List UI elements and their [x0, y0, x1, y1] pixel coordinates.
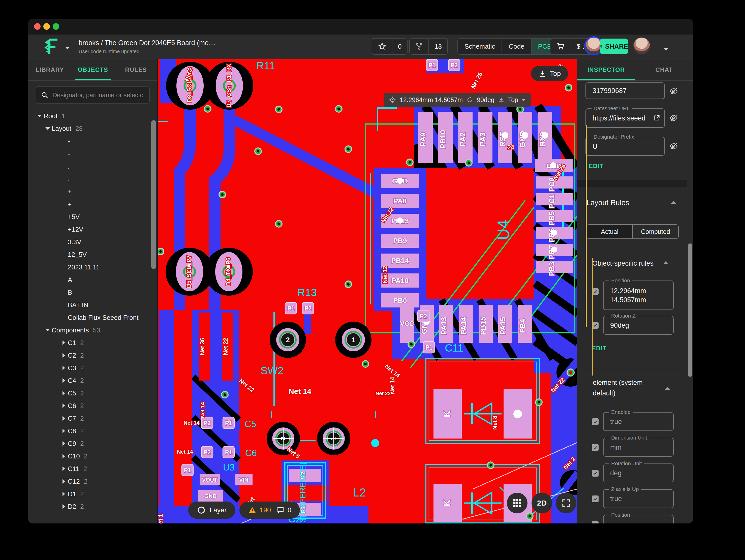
tree-item-c12[interactable]: C122: [28, 475, 158, 488]
tree-item-c9[interactable]: C92: [28, 437, 158, 450]
u4-pad-PB10[interactable]: PB10: [438, 112, 453, 163]
cart-button[interactable]: [550, 39, 571, 54]
sidebar-tab-library[interactable]: LIBRARY: [28, 59, 71, 80]
u4-pad-PA13[interactable]: PA13: [439, 305, 453, 343]
chevron-right-icon[interactable]: [60, 439, 68, 448]
sw2-pad-2[interactable]: 2: [270, 322, 306, 358]
rule-field-dimension-unit[interactable]: Dimension Unit mm: [603, 438, 674, 457]
chevron-right-icon[interactable]: [60, 452, 68, 460]
tree-item-c3[interactable]: C32: [28, 362, 158, 374]
layer-caret-icon[interactable]: [522, 99, 526, 101]
tree-item-collab-flux-seeed-front[interactable]: Collab Flux Seeed Front: [28, 311, 158, 324]
via[interactable]: [219, 191, 226, 198]
via[interactable]: [406, 159, 414, 166]
u3-pad-GND[interactable]: GND: [198, 490, 223, 502]
chip-pad-P2[interactable]: P2: [302, 302, 314, 314]
via[interactable]: [362, 360, 369, 368]
chevron-down-icon[interactable]: [35, 112, 43, 120]
chevron-right-icon[interactable]: [60, 414, 68, 423]
edit-part-button[interactable]: EDIT: [589, 163, 604, 170]
designator-U3[interactable]: U3: [223, 462, 235, 472]
tree-item-+[interactable]: +: [28, 198, 158, 210]
project-menu-caret-icon[interactable]: [65, 46, 70, 50]
external-link-icon[interactable]: [653, 114, 660, 122]
u4-pad-PB9[interactable]: PB9: [381, 234, 419, 248]
via[interactable]: [487, 461, 494, 469]
tree-item-+[interactable]: +: [28, 185, 158, 198]
part-number-field[interactable]: 317990687: [585, 83, 665, 99]
designator-L2[interactable]: L2: [353, 486, 366, 499]
tree-item-12-5v[interactable]: 12_5V: [28, 248, 158, 261]
tree-item--[interactable]: .: [28, 173, 158, 185]
tree-item--[interactable]: -: [28, 147, 158, 160]
rule-checkbox-enabled[interactable]: [592, 418, 598, 425]
rule-checkbox-z-axis-is-up[interactable]: [592, 495, 598, 502]
tree-item-bat-in[interactable]: BAT IN: [28, 299, 158, 311]
rule-field-z-axis-is-up[interactable]: Z axis is Up true: [603, 489, 674, 508]
u4-pad-PA0[interactable]: PA0: [381, 194, 419, 208]
via[interactable]: [565, 84, 572, 92]
u4-pad-PA15[interactable]: PA15: [498, 305, 512, 343]
u4-pad-PA14[interactable]: PA14: [459, 305, 473, 343]
chevron-right-icon[interactable]: [60, 402, 68, 410]
tree-item-2023-11-11[interactable]: 2023.11.11: [28, 261, 158, 273]
designator-prefix-field[interactable]: Designator Prefix U: [585, 137, 665, 156]
pcb-editor-canvas[interactable]: PA9PB10PA2PA3RSTGNDRX0GNDPA0PB13PB9PB14P…: [158, 59, 578, 523]
via[interactable]: [204, 105, 212, 113]
tree-item-c1[interactable]: C12: [28, 336, 158, 349]
chevron-right-icon[interactable]: [60, 389, 68, 397]
via[interactable]: [465, 159, 473, 167]
user-avatar[interactable]: [633, 38, 650, 54]
u4-pad-PB14[interactable]: PB14: [381, 254, 419, 268]
issues-pill[interactable]: 190 0: [239, 501, 300, 519]
tree-item-layout[interactable]: Layout28: [28, 122, 158, 135]
sidebar-tab-rules[interactable]: RULES: [115, 59, 158, 80]
chevron-right-icon[interactable]: [60, 502, 68, 511]
tree-item-b[interactable]: B: [28, 286, 158, 299]
collapse-section-icon[interactable]: [671, 201, 676, 204]
edit-rules-button[interactable]: EDIT: [592, 345, 607, 352]
chip-pad-P1[interactable]: P1: [426, 59, 438, 71]
layer-picker-button[interactable]: Layer: [188, 501, 235, 519]
designator-C6[interactable]: C6: [245, 448, 257, 458]
via[interactable]: [221, 391, 229, 398]
designator-C5[interactable]: C5: [245, 419, 256, 429]
minimize-window-button[interactable]: [43, 23, 50, 30]
tree-item-c5[interactable]: C52: [28, 387, 158, 399]
via[interactable]: [345, 145, 352, 153]
chip-pad-P1[interactable]: P1: [285, 302, 297, 314]
u4-pad-PB4[interactable]: PB4: [518, 305, 532, 343]
rule-field-position[interactable]: Position: [603, 515, 674, 523]
inspector-scrollbar[interactable]: [688, 243, 692, 377]
th-pad-D4_TX_P6[interactable]: D4_TX_P6: [205, 248, 253, 296]
tree-item-c8[interactable]: C82: [28, 425, 158, 437]
pcb-board[interactable]: PA9PB10PA2PA3RSTGNDRX0GNDPA0PB13PB9PB14P…: [158, 59, 578, 523]
toggle-actual[interactable]: Actual: [587, 225, 633, 238]
tree-item-c11[interactable]: C112: [28, 462, 158, 475]
via[interactable]: [345, 281, 352, 288]
chip-pad-P2[interactable]: P2: [418, 310, 429, 322]
tree-item-d1[interactable]: D12: [28, 488, 158, 500]
chevron-right-icon[interactable]: [60, 351, 68, 360]
u3-pad-VOUT[interactable]: VOUT: [200, 474, 220, 485]
rule-field-rotation-unit[interactable]: Rotation Unit deg: [603, 463, 674, 482]
via[interactable]: [275, 220, 283, 228]
datasheet-url-field[interactable]: Datasheet URL https://files.seeed: [585, 108, 665, 128]
flux-logo-icon[interactable]: [43, 38, 61, 56]
rule-checkbox-dimension-unit[interactable]: [592, 444, 598, 451]
grid-settings-button[interactable]: [507, 493, 527, 514]
tree-item-c6[interactable]: C62: [28, 399, 158, 412]
designator-C11[interactable]: C11: [445, 342, 463, 354]
chevron-right-icon[interactable]: [60, 427, 68, 435]
close-window-button[interactable]: [34, 23, 40, 30]
breadcrumb[interactable]: brooks / The Green Dot 2040E5 Board (me…: [78, 39, 216, 47]
via[interactable]: [275, 106, 283, 113]
star-button[interactable]: [372, 39, 392, 54]
chip-pad-P1[interactable]: P1: [223, 446, 234, 458]
rule-checkbox-rotation-unit[interactable]: [592, 470, 598, 476]
u4-pad-PB15[interactable]: PB15: [479, 305, 493, 343]
inspector-tab[interactable]: INSPECTOR: [577, 59, 635, 80]
tree-item--[interactable]: .: [28, 160, 158, 173]
sidebar-tab-objects[interactable]: OBJECTS: [71, 59, 115, 80]
chip-pad-P1[interactable]: P1: [223, 417, 234, 429]
